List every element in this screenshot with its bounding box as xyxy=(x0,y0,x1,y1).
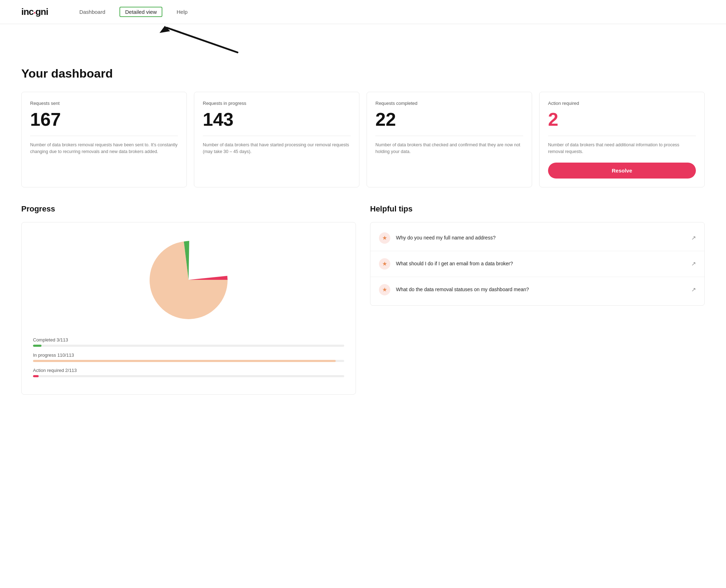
tip-text-2: What should I do if I get an email from … xyxy=(396,260,686,267)
tip-text-1: Why do you need my full name and address… xyxy=(396,234,686,242)
stat-label-action-required: Action required xyxy=(548,101,696,106)
legend-bar-fill-action-required xyxy=(33,375,39,377)
brand-logo: inc●gni xyxy=(21,6,48,17)
stat-card-requests-in-progress: Requests in progress 143 Number of data … xyxy=(194,92,359,187)
svg-line-0 xyxy=(167,28,238,52)
helpful-tips-section: Helpful tips ★ Why do you need my full n… xyxy=(370,204,705,395)
tip-icon-1: ★ xyxy=(379,232,390,244)
legend-label-action-required: Action required 2/113 xyxy=(33,368,344,373)
stat-number-in-progress: 143 xyxy=(203,110,351,129)
stat-cards: Requests sent 167 Number of data brokers… xyxy=(21,92,705,187)
legend-bar-bg-action-required xyxy=(33,375,344,377)
stat-desc-completed: Number of data brokers that checked and … xyxy=(375,142,523,156)
main-content: Your dashboard Requests sent 167 Number … xyxy=(0,52,726,416)
progress-card: Completed 3/113 In progress 110/113 xyxy=(21,222,356,395)
legend-label-in-progress: In progress 110/113 xyxy=(33,352,344,358)
pie-chart xyxy=(143,234,235,326)
tip-icon-3: ★ xyxy=(379,284,390,295)
annotation-arrow xyxy=(135,24,248,56)
progress-section: Progress xyxy=(21,204,356,395)
legend-bar-bg-completed xyxy=(33,345,344,347)
svg-marker-1 xyxy=(160,26,170,33)
stat-divider-1 xyxy=(30,136,178,136)
stat-desc-action-required: Number of data brokers that need additio… xyxy=(548,142,696,156)
annotation-arrow-container xyxy=(0,24,726,52)
stat-label-completed: Requests completed xyxy=(375,101,523,106)
progress-title: Progress xyxy=(21,204,356,214)
tip-external-link-icon-3: ↗ xyxy=(691,286,696,293)
helpful-tips-title: Helpful tips xyxy=(370,204,705,214)
tip-text-3: What do the data removal statuses on my … xyxy=(396,286,686,293)
stat-label-in-progress: Requests in progress xyxy=(203,101,351,106)
page-title: Your dashboard xyxy=(21,67,705,80)
tip-item-1[interactable]: ★ Why do you need my full name and addre… xyxy=(370,225,704,251)
legend-action-required: Action required 2/113 xyxy=(33,368,344,377)
stat-number-completed: 22 xyxy=(375,110,523,129)
nav-links: Dashboard Detailed view Help xyxy=(77,7,190,17)
progress-legend: Completed 3/113 In progress 110/113 xyxy=(33,337,344,377)
stat-label-requests-sent: Requests sent xyxy=(30,101,178,106)
legend-bar-fill-in-progress xyxy=(33,360,336,362)
stat-number-requests-sent: 167 xyxy=(30,110,178,129)
stat-card-requests-sent: Requests sent 167 Number of data brokers… xyxy=(21,92,187,187)
stat-divider-3 xyxy=(375,136,523,136)
legend-bar-bg-in-progress xyxy=(33,360,344,362)
pie-chart-container xyxy=(33,234,344,326)
legend-in-progress: In progress 110/113 xyxy=(33,352,344,362)
stat-desc-in-progress: Number of data brokers that have started… xyxy=(203,142,351,156)
stat-card-requests-completed: Requests completed 22 Number of data bro… xyxy=(367,92,532,187)
nav-help[interactable]: Help xyxy=(174,7,190,16)
stat-card-action-required: Action required 2 Number of data brokers… xyxy=(539,92,705,187)
navbar: inc●gni Dashboard Detailed view Help xyxy=(0,0,726,24)
tip-star-icon-1: ★ xyxy=(382,234,387,241)
tip-star-icon-3: ★ xyxy=(382,286,387,293)
stat-desc-requests-sent: Number of data brokers removal requests … xyxy=(30,142,178,156)
bottom-section: Progress xyxy=(21,204,705,395)
stat-divider-4 xyxy=(548,136,696,136)
tip-external-link-icon-2: ↗ xyxy=(691,260,696,267)
pie-action-required xyxy=(189,276,228,280)
tip-star-icon-2: ★ xyxy=(382,260,387,267)
legend-label-completed: Completed 3/113 xyxy=(33,337,344,343)
tips-card: ★ Why do you need my full name and addre… xyxy=(370,222,705,306)
tip-item-3[interactable]: ★ What do the data removal statuses on m… xyxy=(370,277,704,303)
tip-icon-2: ★ xyxy=(379,258,390,270)
stat-divider-2 xyxy=(203,136,351,136)
nav-dashboard[interactable]: Dashboard xyxy=(77,7,108,16)
tip-item-2[interactable]: ★ What should I do if I get an email fro… xyxy=(370,251,704,277)
resolve-button[interactable]: Resolve xyxy=(548,163,696,179)
stat-number-action-required: 2 xyxy=(548,110,696,129)
legend-completed: Completed 3/113 xyxy=(33,337,344,347)
legend-bar-fill-completed xyxy=(33,345,41,347)
tip-external-link-icon-1: ↗ xyxy=(691,234,696,241)
nav-detailed-view[interactable]: Detailed view xyxy=(119,7,162,17)
